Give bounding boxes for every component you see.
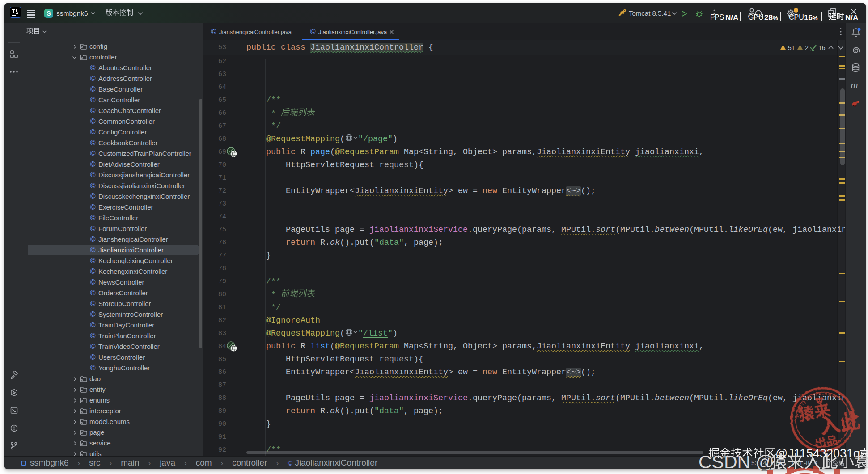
- svg-text:www.yuanrc.com: www.yuanrc.com: [791, 388, 841, 419]
- svg-text:51: 51: [788, 44, 795, 51]
- svg-text:CSDN @: CSDN @: [699, 453, 774, 472]
- svg-text:2: 2: [805, 44, 809, 51]
- svg-text:16: 16: [818, 44, 826, 51]
